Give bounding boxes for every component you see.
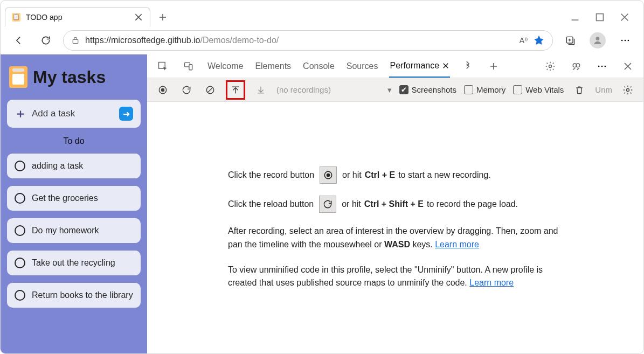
tab-performance[interactable]: Performance: [389, 54, 451, 78]
task-item[interactable]: Take out the recycling: [7, 251, 141, 275]
svg-point-21: [327, 173, 330, 177]
tab-welcome[interactable]: Welcome: [206, 54, 244, 78]
task-item[interactable]: Do my homework: [7, 218, 141, 243]
task-checkbox[interactable]: [15, 225, 25, 236]
devtools-close-icon[interactable]: [620, 58, 636, 74]
site-info-icon[interactable]: [71, 36, 80, 45]
favorite-icon[interactable]: [533, 34, 545, 46]
window-minimize-icon[interactable]: [570, 12, 580, 22]
devtools-panel: Welcome Elements Console Sources Perform…: [147, 54, 643, 353]
svg-point-6: [628, 40, 629, 41]
task-label: Take out the recycling: [32, 258, 115, 268]
device-emulation-icon[interactable]: [181, 58, 197, 74]
profile-avatar[interactable]: [590, 32, 606, 48]
tab-sources[interactable]: Sources: [345, 54, 379, 78]
hint-zoom: After recording, select an area of inter…: [228, 225, 562, 252]
back-button[interactable]: [9, 31, 29, 50]
inspect-element-icon[interactable]: [155, 58, 171, 74]
url-text: https://microsoftedge.github.io/Demos/de…: [85, 36, 514, 45]
browser-tab-strip: 📋 TODO app: [1, 1, 643, 26]
performance-landing: Click the record button or hit Ctrl + E …: [147, 102, 643, 353]
hint-reload: Click the reload button or hit Ctrl + Sh…: [228, 196, 611, 213]
memory-toggle[interactable]: Memory: [464, 85, 505, 94]
checkbox-icon: [513, 85, 522, 94]
add-task-button[interactable]: ＋ Add a task ➜: [7, 100, 141, 128]
tab-favicon: 📋: [12, 13, 20, 22]
app-title: My tasks: [33, 67, 106, 87]
screenshots-toggle[interactable]: ✔ Screenshots: [399, 85, 456, 94]
load-profile-button[interactable]: [226, 80, 245, 100]
learn-more-link[interactable]: Learn more: [469, 278, 514, 287]
performance-toolbar: (no recordings) ▾ ✔ Screenshots Memory W…: [147, 78, 643, 102]
submit-task-icon[interactable]: ➜: [119, 107, 133, 121]
tab-elements[interactable]: Elements: [254, 54, 292, 78]
svg-rect-0: [597, 14, 604, 21]
task-checkbox[interactable]: [15, 258, 25, 268]
app-logo-icon: [9, 66, 27, 88]
garbage-collect-icon[interactable]: [571, 82, 587, 98]
checkbox-icon: [464, 85, 473, 94]
learn-more-link[interactable]: Learn more: [435, 240, 479, 249]
hint-unminify: To view unminified code in this profile,…: [228, 263, 562, 290]
devtools-tabstrip: Welcome Elements Console Sources Perform…: [147, 54, 643, 78]
svg-point-13: [598, 65, 600, 67]
recordings-empty-label: (no recordings): [276, 85, 331, 94]
tab-title: TODO app: [26, 13, 128, 22]
task-item[interactable]: adding a task: [7, 154, 141, 178]
reload-record-button[interactable]: [178, 82, 195, 98]
toolbar-right: [560, 31, 635, 50]
unminify-button[interactable]: Unm: [595, 85, 612, 94]
task-checkbox[interactable]: [15, 161, 25, 171]
svg-point-10: [549, 65, 552, 67]
reload-icon: [319, 196, 336, 213]
address-bar[interactable]: https://microsoftedge.github.io/Demos/de…: [63, 30, 553, 51]
svg-point-17: [161, 88, 165, 92]
hotkey: Ctrl + E: [365, 169, 395, 182]
read-aloud-icon[interactable]: A⁾⁾: [520, 36, 528, 45]
capture-settings-icon[interactable]: [620, 82, 636, 98]
task-label: adding a task: [32, 161, 83, 171]
close-tab-icon[interactable]: [442, 63, 449, 69]
tab-console[interactable]: Console: [302, 54, 336, 78]
wasd-keys: WASD: [384, 240, 410, 249]
new-tab-button[interactable]: [154, 8, 172, 26]
new-tool-tab-icon[interactable]: [486, 58, 502, 74]
window-maximize-icon[interactable]: [595, 12, 605, 22]
web-vitals-toggle[interactable]: Web Vitals: [513, 85, 564, 94]
more-tabs-icon[interactable]: [460, 58, 476, 74]
todo-section-title: To do: [7, 136, 141, 146]
svg-point-14: [601, 65, 603, 67]
browser-menu-icon[interactable]: [615, 31, 635, 50]
task-item[interactable]: Get the groceries: [7, 186, 141, 211]
devtools-settings-icon[interactable]: [542, 58, 558, 74]
record-button[interactable]: [155, 82, 171, 98]
page-content: My tasks ＋ Add a task ➜ To do adding a t…: [1, 54, 643, 353]
devtools-menu-icon[interactable]: [594, 58, 610, 74]
record-icon: [320, 166, 337, 184]
task-item[interactable]: Return books to the library: [7, 283, 141, 308]
window-close-icon[interactable]: [620, 12, 629, 22]
recordings-dropdown-icon[interactable]: ▾: [387, 85, 392, 95]
task-label: Return books to the library: [32, 290, 133, 301]
browser-toolbar: https://microsoftedge.github.io/Demos/de…: [1, 26, 643, 54]
collections-icon[interactable]: [560, 31, 580, 50]
app-header: My tasks: [9, 66, 139, 88]
svg-point-19: [627, 88, 629, 91]
add-task-label: Add a task: [32, 108, 75, 119]
save-profile-button[interactable]: [253, 82, 269, 98]
feedback-icon[interactable]: [568, 58, 584, 74]
task-checkbox[interactable]: [15, 193, 25, 204]
task-label: Get the groceries: [32, 193, 98, 204]
task-checkbox[interactable]: [15, 290, 25, 301]
svg-point-4: [621, 40, 623, 41]
plus-icon: ＋: [15, 106, 26, 122]
refresh-button[interactable]: [36, 31, 56, 50]
clear-button[interactable]: [202, 82, 218, 98]
svg-rect-1: [73, 39, 78, 43]
close-tab-icon[interactable]: [134, 12, 143, 22]
hint-record: Click the record button or hit Ctrl + E …: [228, 166, 611, 184]
svg-point-5: [625, 40, 626, 41]
tab-performance-label: Performance: [390, 61, 440, 71]
browser-tab[interactable]: 📋 TODO app: [5, 7, 150, 26]
svg-point-3: [596, 37, 600, 40]
